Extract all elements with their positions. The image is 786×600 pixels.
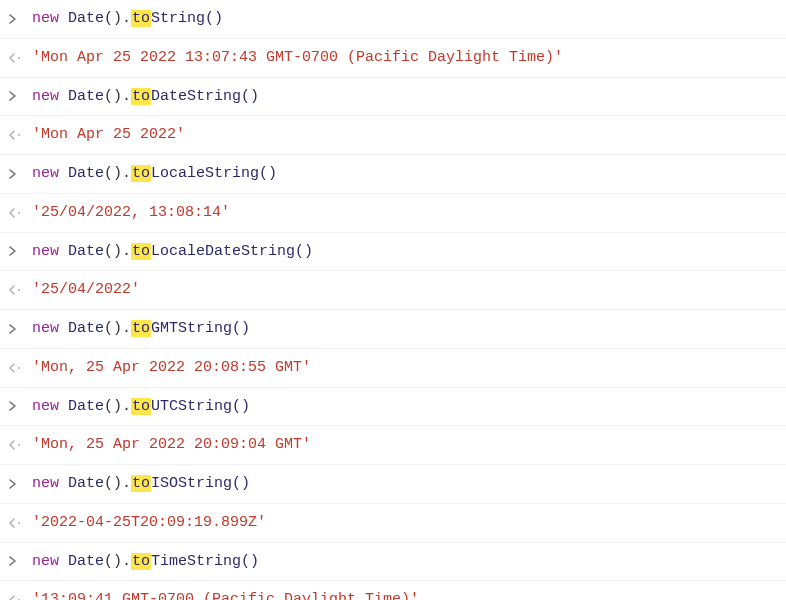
console-output-value: 'Mon Apr 25 2022' xyxy=(32,124,776,146)
input-chevron-icon xyxy=(8,479,32,489)
svg-point-2 xyxy=(18,212,20,214)
svg-point-3 xyxy=(18,289,20,291)
output-arrow-icon xyxy=(8,285,32,295)
console-output-row: '2022-04-25T20:09:19.899Z' xyxy=(0,504,786,543)
console-input-row[interactable]: new Date().toLocaleString() xyxy=(0,155,786,194)
output-arrow-icon xyxy=(8,208,32,218)
svg-point-0 xyxy=(18,57,20,59)
console-input-row[interactable]: new Date().toGMTString() xyxy=(0,310,786,349)
input-chevron-icon xyxy=(8,324,32,334)
console-input-row[interactable]: new Date().toUTCString() xyxy=(0,388,786,427)
console-input-code: new Date().toISOString() xyxy=(32,473,776,495)
console-input-row[interactable]: new Date().toDateString() xyxy=(0,78,786,117)
console-input-code: new Date().toLocaleString() xyxy=(32,163,776,185)
svg-point-4 xyxy=(18,367,20,369)
console-output-value: '25/04/2022, 13:08:14' xyxy=(32,202,776,224)
console-output-value: '13:09:41 GMT-0700 (Pacific Daylight Tim… xyxy=(32,589,776,600)
console-output-row: 'Mon Apr 25 2022' xyxy=(0,116,786,155)
console-output-row: '25/04/2022, 13:08:14' xyxy=(0,194,786,233)
console-input-row[interactable]: new Date().toTimeString() xyxy=(0,543,786,582)
highlight-to: to xyxy=(131,10,151,27)
output-arrow-icon xyxy=(8,518,32,528)
svg-point-5 xyxy=(18,444,20,446)
method-rest: String() xyxy=(151,10,223,27)
console-input-row[interactable]: new Date().toISOString() xyxy=(0,465,786,504)
console-output-value: '2022-04-25T20:09:19.899Z' xyxy=(32,512,776,534)
output-arrow-icon xyxy=(8,595,32,600)
svg-point-1 xyxy=(18,134,20,136)
svg-point-6 xyxy=(18,522,20,524)
console-output-row: 'Mon Apr 25 2022 13:07:43 GMT-0700 (Paci… xyxy=(0,39,786,78)
devtools-console[interactable]: new Date().toString() 'Mon Apr 25 2022 1… xyxy=(0,0,786,600)
output-arrow-icon xyxy=(8,53,32,63)
console-input-code: new Date().toString() xyxy=(32,8,776,30)
console-output-row: '25/04/2022' xyxy=(0,271,786,310)
punct: (). xyxy=(104,10,131,27)
input-chevron-icon xyxy=(8,91,32,101)
input-chevron-icon xyxy=(8,246,32,256)
output-arrow-icon xyxy=(8,363,32,373)
console-output-value: 'Mon Apr 25 2022 13:07:43 GMT-0700 (Paci… xyxy=(32,47,776,69)
console-output-row: 'Mon, 25 Apr 2022 20:09:04 GMT' xyxy=(0,426,786,465)
input-chevron-icon xyxy=(8,556,32,566)
input-chevron-icon xyxy=(8,14,32,24)
console-output-row: '13:09:41 GMT-0700 (Pacific Daylight Tim… xyxy=(0,581,786,600)
output-arrow-icon xyxy=(8,130,32,140)
console-output-value: 'Mon, 25 Apr 2022 20:08:55 GMT' xyxy=(32,357,776,379)
console-input-row[interactable]: new Date().toString() xyxy=(0,0,786,39)
keyword-new: new xyxy=(32,10,59,27)
console-input-code: new Date().toLocaleDateString() xyxy=(32,241,776,263)
console-input-code: new Date().toUTCString() xyxy=(32,396,776,418)
console-output-value: '25/04/2022' xyxy=(32,279,776,301)
output-arrow-icon xyxy=(8,440,32,450)
console-output-row: 'Mon, 25 Apr 2022 20:08:55 GMT' xyxy=(0,349,786,388)
input-chevron-icon xyxy=(8,169,32,179)
console-input-row[interactable]: new Date().toLocaleDateString() xyxy=(0,233,786,272)
console-input-code: new Date().toTimeString() xyxy=(32,551,776,573)
console-output-value: 'Mon, 25 Apr 2022 20:09:04 GMT' xyxy=(32,434,776,456)
console-input-code: new Date().toGMTString() xyxy=(32,318,776,340)
identifier-date: Date xyxy=(68,10,104,27)
input-chevron-icon xyxy=(8,401,32,411)
console-input-code: new Date().toDateString() xyxy=(32,86,776,108)
